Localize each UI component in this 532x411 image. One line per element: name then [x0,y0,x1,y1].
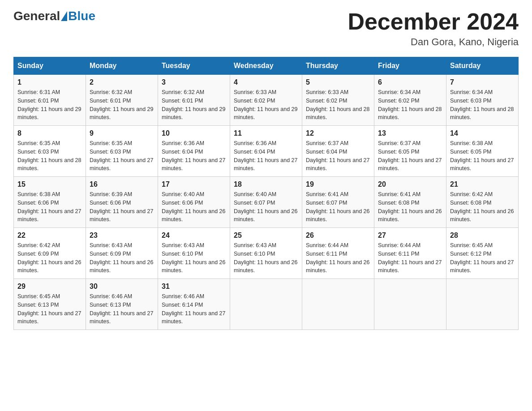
day-info: Sunrise: 6:35 AMSunset: 6:03 PMDaylight:… [17,139,82,173]
day-info: Sunrise: 6:37 AMSunset: 6:05 PMDaylight:… [378,139,442,173]
day-number: 4 [234,78,298,86]
day-number: 19 [306,180,370,188]
page-header: General Blue December 2024 Dan Gora, Kan… [13,9,519,48]
calendar-day-cell: 4Sunrise: 6:33 AMSunset: 6:02 PMDaylight… [230,75,302,126]
calendar-day-cell: 17Sunrise: 6:40 AMSunset: 6:06 PMDayligh… [158,177,230,228]
day-info: Sunrise: 6:43 AMSunset: 6:10 PMDaylight:… [234,241,298,275]
calendar-day-cell: 27Sunrise: 6:44 AMSunset: 6:11 PMDayligh… [374,228,446,279]
calendar-day-cell: 24Sunrise: 6:43 AMSunset: 6:10 PMDayligh… [158,228,230,279]
calendar-day-cell: 16Sunrise: 6:39 AMSunset: 6:06 PMDayligh… [86,177,158,228]
calendar-day-cell: 3Sunrise: 6:32 AMSunset: 6:01 PMDaylight… [158,75,230,126]
day-number: 3 [162,78,226,86]
calendar-day-cell: 29Sunrise: 6:45 AMSunset: 6:13 PMDayligh… [14,279,86,330]
day-number: 22 [17,231,82,240]
day-info: Sunrise: 6:41 AMSunset: 6:07 PMDaylight:… [306,190,370,224]
calendar-day-cell: 13Sunrise: 6:37 AMSunset: 6:05 PMDayligh… [374,126,446,177]
day-number: 11 [234,129,298,137]
logo-general-text: General [13,9,60,23]
day-info: Sunrise: 6:32 AMSunset: 6:01 PMDaylight:… [162,88,226,122]
title-block: December 2024 Dan Gora, Kano, Nigeria [348,9,519,48]
day-number: 21 [450,180,515,188]
day-info: Sunrise: 6:33 AMSunset: 6:02 PMDaylight:… [306,88,370,122]
day-info: Sunrise: 6:41 AMSunset: 6:08 PMDaylight:… [378,190,442,224]
day-number: 27 [378,231,442,240]
calendar-table: SundayMondayTuesdayWednesdayThursdayFrid… [13,57,519,330]
day-number: 5 [306,78,370,86]
day-info: Sunrise: 6:39 AMSunset: 6:06 PMDaylight:… [90,190,154,224]
calendar-day-cell: 6Sunrise: 6:34 AMSunset: 6:02 PMDaylight… [374,75,446,126]
calendar-day-cell: 8Sunrise: 6:35 AMSunset: 6:03 PMDaylight… [14,126,86,177]
calendar-day-cell: 10Sunrise: 6:36 AMSunset: 6:04 PMDayligh… [158,126,230,177]
calendar-day-cell: 7Sunrise: 6:34 AMSunset: 6:03 PMDaylight… [446,75,519,126]
day-info: Sunrise: 6:46 AMSunset: 6:13 PMDaylight:… [90,292,154,326]
calendar-day-cell: 1Sunrise: 6:31 AMSunset: 6:01 PMDaylight… [14,75,86,126]
day-number: 18 [234,180,298,188]
calendar-day-cell: 21Sunrise: 6:42 AMSunset: 6:08 PMDayligh… [446,177,519,228]
calendar-day-cell: 20Sunrise: 6:41 AMSunset: 6:08 PMDayligh… [374,177,446,228]
calendar-day-cell: 11Sunrise: 6:36 AMSunset: 6:04 PMDayligh… [230,126,302,177]
day-number: 2 [90,78,154,86]
day-number: 24 [162,231,226,240]
calendar-day-cell [446,279,519,330]
calendar-day-cell: 12Sunrise: 6:37 AMSunset: 6:04 PMDayligh… [302,126,374,177]
calendar-week-row: 15Sunrise: 6:38 AMSunset: 6:06 PMDayligh… [14,177,519,228]
day-info: Sunrise: 6:35 AMSunset: 6:03 PMDaylight:… [90,139,154,173]
day-info: Sunrise: 6:36 AMSunset: 6:04 PMDaylight:… [234,139,298,173]
day-number: 8 [17,129,82,137]
calendar-day-cell: 9Sunrise: 6:35 AMSunset: 6:03 PMDaylight… [86,126,158,177]
day-number: 17 [162,180,226,188]
day-of-week-header: Friday [374,57,446,75]
day-number: 29 [17,283,82,291]
calendar-week-row: 8Sunrise: 6:35 AMSunset: 6:03 PMDaylight… [14,126,519,177]
logo: General Blue [13,9,95,23]
day-info: Sunrise: 6:45 AMSunset: 6:13 PMDaylight:… [17,292,82,326]
calendar-day-cell: 5Sunrise: 6:33 AMSunset: 6:02 PMDaylight… [302,75,374,126]
day-number: 23 [90,231,154,240]
day-number: 1 [17,78,82,86]
calendar-day-cell: 30Sunrise: 6:46 AMSunset: 6:13 PMDayligh… [86,279,158,330]
day-info: Sunrise: 6:42 AMSunset: 6:08 PMDaylight:… [450,190,515,224]
logo-triangle-icon [61,11,67,21]
calendar-day-cell: 19Sunrise: 6:41 AMSunset: 6:07 PMDayligh… [302,177,374,228]
day-number: 12 [306,129,370,137]
day-info: Sunrise: 6:43 AMSunset: 6:09 PMDaylight:… [90,241,154,275]
day-number: 9 [90,129,154,137]
day-info: Sunrise: 6:40 AMSunset: 6:07 PMDaylight:… [234,190,298,224]
calendar-day-cell: 18Sunrise: 6:40 AMSunset: 6:07 PMDayligh… [230,177,302,228]
calendar-week-row: 1Sunrise: 6:31 AMSunset: 6:01 PMDaylight… [14,75,519,126]
day-info: Sunrise: 6:38 AMSunset: 6:05 PMDaylight:… [450,139,515,173]
day-info: Sunrise: 6:40 AMSunset: 6:06 PMDaylight:… [162,190,226,224]
day-number: 10 [162,129,226,137]
day-number: 7 [450,78,515,86]
day-info: Sunrise: 6:44 AMSunset: 6:11 PMDaylight:… [306,241,370,275]
calendar-day-cell [374,279,446,330]
day-number: 20 [378,180,442,188]
day-info: Sunrise: 6:36 AMSunset: 6:04 PMDaylight:… [162,139,226,173]
day-of-week-header: Wednesday [230,57,302,75]
calendar-day-cell: 31Sunrise: 6:46 AMSunset: 6:14 PMDayligh… [158,279,230,330]
calendar-day-cell: 26Sunrise: 6:44 AMSunset: 6:11 PMDayligh… [302,228,374,279]
day-number: 16 [90,180,154,188]
day-number: 15 [17,180,82,188]
day-number: 6 [378,78,442,86]
day-number: 30 [90,283,154,291]
location-label: Dan Gora, Kano, Nigeria [348,36,519,48]
day-info: Sunrise: 6:46 AMSunset: 6:14 PMDaylight:… [162,292,226,326]
calendar-day-cell [302,279,374,330]
day-info: Sunrise: 6:32 AMSunset: 6:01 PMDaylight:… [90,88,154,122]
calendar-day-cell: 25Sunrise: 6:43 AMSunset: 6:10 PMDayligh… [230,228,302,279]
day-info: Sunrise: 6:44 AMSunset: 6:11 PMDaylight:… [378,241,442,275]
day-of-week-header: Sunday [14,57,86,75]
calendar-day-cell: 23Sunrise: 6:43 AMSunset: 6:09 PMDayligh… [86,228,158,279]
day-number: 28 [450,231,515,240]
calendar-day-cell: 2Sunrise: 6:32 AMSunset: 6:01 PMDaylight… [86,75,158,126]
day-of-week-header: Thursday [302,57,374,75]
day-of-week-header: Tuesday [158,57,230,75]
day-info: Sunrise: 6:33 AMSunset: 6:02 PMDaylight:… [234,88,298,122]
day-number: 31 [162,283,226,291]
day-number: 14 [450,129,515,137]
calendar-day-cell: 22Sunrise: 6:42 AMSunset: 6:09 PMDayligh… [14,228,86,279]
month-title: December 2024 [348,9,519,34]
day-info: Sunrise: 6:34 AMSunset: 6:02 PMDaylight:… [378,88,442,122]
day-info: Sunrise: 6:42 AMSunset: 6:09 PMDaylight:… [17,241,82,275]
